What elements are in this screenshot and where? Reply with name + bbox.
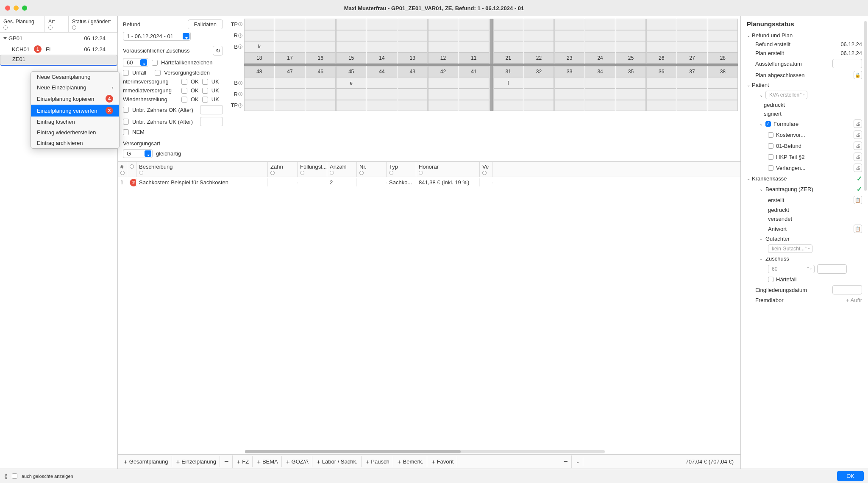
tooth-cell[interactable] (275, 41, 305, 53)
kva-select[interactable]: KVA erstellen (765, 91, 807, 99)
zoom-window[interactable] (22, 6, 27, 11)
tooth-cell[interactable] (677, 100, 707, 111)
tooth-cell[interactable] (336, 41, 366, 53)
chevron-down-icon[interactable]: ⌄ (747, 33, 750, 38)
tooth-cell[interactable]: 32 (524, 66, 554, 78)
tooth-cell[interactable] (493, 100, 523, 111)
tooth-cell[interactable]: 43 (398, 66, 428, 78)
tooth-cell[interactable]: 35 (616, 66, 646, 78)
filter-icon[interactable] (270, 171, 275, 175)
eingl-input[interactable] (832, 285, 862, 294)
scrollbar-horizontal[interactable] (245, 450, 605, 453)
chevron-down-icon[interactable]: ⌄ (760, 93, 763, 97)
tooth-cell[interactable] (554, 89, 584, 100)
tooth-cell[interactable]: 48 (244, 66, 274, 78)
tooth-cell[interactable] (428, 30, 458, 42)
tooth-cell[interactable] (708, 41, 738, 53)
ctx-neue-gesamt[interactable]: Neue Gesamtplanung (31, 72, 119, 82)
tooth-cell[interactable] (275, 100, 305, 111)
filter-icon[interactable] (72, 25, 76, 30)
tooth-cell[interactable] (398, 100, 428, 111)
tooth-cell[interactable] (616, 41, 646, 53)
ctx-neue-einzel[interactable]: Neue Einzelplanung› (31, 82, 119, 93)
scrollbar-vertical[interactable] (864, 21, 867, 191)
add-gesamtplanung-button[interactable]: +Gesamtplanung (120, 456, 172, 467)
filter-icon[interactable] (330, 171, 334, 175)
tooth-cell[interactable] (554, 100, 584, 111)
tooth-cell[interactable]: 14 (367, 53, 397, 64)
gutachter-select[interactable]: kein Gutacht... (768, 244, 812, 253)
tooth-cell[interactable] (554, 77, 584, 89)
chevron-down-icon[interactable]: ⌄ (760, 122, 763, 126)
tooth-cell[interactable]: 31 (493, 66, 523, 78)
tooth-cell[interactable] (275, 77, 305, 89)
add-einzelplanung-button[interactable]: +Einzelplanung (173, 456, 220, 467)
filter-icon[interactable] (300, 171, 304, 175)
tooth-cell[interactable] (398, 30, 428, 42)
tooth-cell[interactable] (708, 89, 738, 100)
tooth-cell[interactable] (367, 19, 397, 30)
print-icon[interactable]: 🖨 (854, 130, 862, 139)
minimize-window[interactable] (14, 6, 19, 11)
tooth-cell[interactable]: 28 (708, 53, 738, 64)
tooth-cell[interactable] (306, 19, 336, 30)
tooth-cell[interactable] (554, 19, 584, 30)
verlang-checkbox[interactable] (768, 165, 773, 171)
filter-icon[interactable] (130, 164, 134, 169)
tooth-cell[interactable] (616, 30, 646, 42)
unbrok-input[interactable] (200, 105, 223, 114)
tooth-cell[interactable] (367, 41, 397, 53)
close-window[interactable] (5, 6, 10, 11)
tooth-cell[interactable] (306, 30, 336, 42)
tooth-cell[interactable]: 47 (275, 66, 305, 78)
table-row[interactable]: 1 2 Sachkosten: Beispiel für Sachkosten … (118, 177, 740, 188)
tooth-cell[interactable]: 45 (336, 66, 366, 78)
tooth-cell[interactable] (524, 30, 554, 42)
chevron-down-icon[interactable]: ⌄ (747, 83, 750, 87)
tooth-cell[interactable] (306, 89, 336, 100)
formulare-checkbox[interactable] (765, 121, 771, 127)
chevron-down-icon[interactable]: ⌄ (747, 176, 750, 181)
tooth-cell[interactable] (275, 30, 305, 42)
tooth-cell[interactable] (306, 100, 336, 111)
zuschuss-input[interactable] (817, 264, 847, 274)
tooth-cell[interactable] (244, 77, 274, 89)
tooth-cell[interactable] (524, 89, 554, 100)
tooth-cell[interactable] (554, 41, 584, 53)
tooth-cell[interactable] (646, 30, 676, 42)
interim-ok-checkbox[interactable] (181, 79, 187, 85)
tooth-cell[interactable] (646, 19, 676, 30)
tooth-cell[interactable] (459, 100, 489, 111)
tooth-cell[interactable] (677, 30, 707, 42)
tooth-cell[interactable] (398, 41, 428, 53)
tooth-cell[interactable]: 26 (646, 53, 676, 64)
zuschuss-select[interactable]: 60 (123, 58, 148, 67)
tooth-cell[interactable] (616, 89, 646, 100)
tooth-cell[interactable] (459, 19, 489, 30)
tooth-cell[interactable]: 13 (398, 53, 428, 64)
tooth-cell[interactable] (459, 89, 489, 100)
haertefall-checkbox[interactable] (768, 277, 773, 282)
tooth-cell[interactable] (493, 89, 523, 100)
tooth-cell[interactable]: 15 (336, 53, 366, 64)
deleted-checkbox[interactable] (12, 473, 17, 479)
tooth-cell[interactable] (398, 19, 428, 30)
add-bema-button[interactable]: +BEMA (253, 456, 282, 467)
add-labor-button[interactable]: +Labor / Sachk. (313, 456, 362, 467)
tooth-cell[interactable] (275, 89, 305, 100)
tooth-cell[interactable] (585, 30, 615, 42)
befund-select[interactable]: 1 - 06.12.2024 - 01 (123, 32, 191, 41)
tooth-cell[interactable] (585, 77, 615, 89)
haerte-checkbox[interactable] (152, 60, 158, 66)
versart-select[interactable]: G (123, 149, 153, 158)
ctx-archivieren[interactable]: Eintrag archivieren (31, 138, 119, 148)
filter-icon[interactable] (482, 171, 487, 175)
zuschuss-select[interactable]: 60 (768, 265, 815, 273)
tooth-cell[interactable] (428, 77, 458, 89)
immed-uk-checkbox[interactable] (202, 88, 208, 94)
tooth-cell[interactable]: 44 (367, 66, 397, 78)
wieder-ok-checkbox[interactable] (181, 97, 187, 103)
filter-icon[interactable] (389, 171, 393, 175)
tooth-cell[interactable]: 36 (646, 66, 676, 78)
unfall-checkbox[interactable] (123, 70, 129, 76)
